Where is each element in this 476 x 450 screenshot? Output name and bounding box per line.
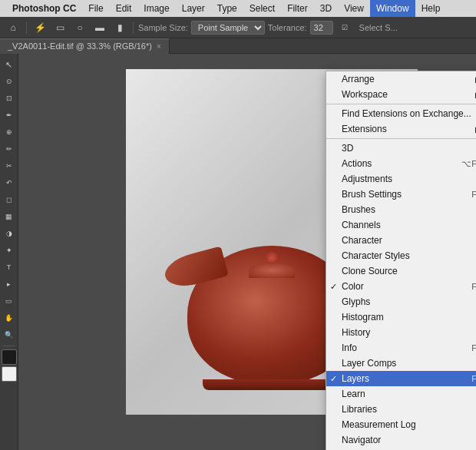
info-label: Info — [342, 342, 357, 353]
glyphs-label: Glyphs — [342, 296, 370, 307]
crop-tool[interactable]: ⊡ — [2, 91, 17, 106]
sample-size-label: Sample Size: — [138, 23, 188, 32]
menu-layer[interactable]: Layer — [176, 0, 211, 17]
magic-wand-icon[interactable]: ⚡ — [31, 19, 48, 36]
selection-oval-icon[interactable]: ○ — [71, 19, 88, 36]
menu-item-layer-comps[interactable]: Layer Comps — [326, 356, 476, 371]
menu-select[interactable]: Select — [243, 0, 281, 17]
menu-item-layers[interactable]: ✓ Layers F7 — [326, 371, 476, 386]
separator-1 — [326, 104, 476, 104]
background-color[interactable] — [2, 366, 17, 382]
menu-item-history[interactable]: History — [326, 325, 476, 340]
main-area: ↖ ⊙ ⊡ ✒ ⊕ ✏ ✂ ↶ ◻ ▦ ◑ ✦ T ▸ ▭ ✋ 🔍 — [0, 54, 476, 450]
eyedropper-tool[interactable]: ✒ — [2, 108, 17, 123]
menu-image[interactable]: Image — [137, 0, 175, 17]
menu-item-adjustments[interactable]: Adjustments — [326, 171, 476, 187]
menu-item-extensions[interactable]: Extensions ▶ — [326, 121, 476, 137]
menu-item-info[interactable]: Info F8 — [326, 340, 476, 356]
menu-item-character[interactable]: Character — [326, 233, 476, 248]
eraser-tool[interactable]: ◻ — [2, 192, 17, 207]
menu-item-3d[interactable]: 3D — [326, 141, 476, 156]
window-menu-dropdown[interactable]: Arrange ▶ Workspace ▶ Find Extensions on… — [326, 71, 476, 450]
path-select-tool[interactable]: ▸ — [2, 276, 17, 292]
history-brush-tool[interactable]: ↶ — [2, 175, 17, 190]
channels-label: Channels — [342, 220, 381, 230]
home-icon[interactable]: ⌂ — [5, 19, 21, 36]
sample-size-select[interactable]: Point Sample — [191, 21, 265, 35]
character-label: Character — [342, 235, 382, 246]
healing-tool[interactable]: ⊕ — [2, 124, 17, 140]
character-styles-label: Character Styles — [342, 250, 410, 261]
menu-item-clone-source[interactable]: Clone Source — [326, 263, 476, 279]
menu-item-histogram[interactable]: Histogram — [326, 309, 476, 325]
color-shortcut: F6 — [471, 282, 476, 291]
left-toolbar: ↖ ⊙ ⊡ ✒ ⊕ ✏ ✂ ↶ ◻ ▦ ◑ ✦ T ▸ ▭ ✋ 🔍 — [0, 54, 18, 450]
app-name[interactable]: Photoshop CC — [6, 0, 82, 17]
hand-tool[interactable]: ✋ — [2, 310, 17, 326]
toolbar-separator-2 — [133, 22, 134, 34]
brush-settings-shortcut: F5 — [471, 190, 476, 199]
menu-bar: Photoshop CC File Edit Image Layer Type … — [0, 0, 476, 17]
menu-item-brushes[interactable]: Brushes — [326, 202, 476, 217]
clone-tool[interactable]: ✂ — [2, 158, 17, 174]
menu-item-brush-settings[interactable]: Brush Settings F5 — [326, 187, 476, 202]
separator-2 — [326, 138, 476, 139]
options-bar: ⌂ ⚡ ▭ ○ ▬ ▮ Sample Size: Point Sample To… — [0, 17, 476, 38]
select-all-label: Select S... — [359, 23, 398, 32]
menu-3d[interactable]: 3D — [314, 0, 338, 17]
left-toolbar-separator — [3, 346, 15, 346]
tab-row: _V2A0011-Edit.tif @ 33.3% (RGB/16*) × — [0, 38, 476, 54]
layers-shortcut: F7 — [471, 374, 476, 383]
menu-item-navigator[interactable]: Navigator — [326, 432, 476, 448]
actions-label: Actions — [342, 158, 372, 169]
selection-rect-icon[interactable]: ▭ — [51, 19, 68, 36]
info-shortcut: F8 — [471, 343, 476, 352]
menu-item-learn[interactable]: Learn — [326, 386, 476, 402]
teapot-knob — [266, 252, 278, 264]
menu-file[interactable]: File — [82, 0, 109, 17]
tab-close-button[interactable]: × — [157, 42, 161, 51]
menu-item-measurement-log[interactable]: Measurement Log — [326, 417, 476, 432]
measurement-log-label: Measurement Log — [342, 419, 416, 430]
menu-item-workspace[interactable]: Workspace ▶ — [326, 87, 476, 102]
learn-label: Learn — [342, 389, 365, 399]
layer-comps-label: Layer Comps — [342, 358, 396, 369]
gradient-tool[interactable]: ▦ — [2, 209, 17, 224]
zoom-tool[interactable]: 🔍 — [2, 327, 17, 342]
menu-window[interactable]: Window — [370, 0, 415, 17]
menu-item-channels[interactable]: Channels — [326, 217, 476, 233]
menu-view[interactable]: View — [338, 0, 370, 17]
menu-item-find-extensions[interactable]: Find Extensions on Exchange... — [326, 106, 476, 121]
workspace-label: Workspace — [342, 89, 388, 100]
teapot-base — [203, 379, 341, 390]
menu-item-actions[interactable]: Actions ⌥F9 — [326, 156, 476, 171]
selection-col-icon[interactable]: ▮ — [111, 19, 128, 36]
menu-help[interactable]: Help — [415, 0, 447, 17]
pen-tool[interactable]: ✦ — [2, 243, 17, 258]
menu-item-character-styles[interactable]: Character Styles — [326, 248, 476, 263]
menu-edit[interactable]: Edit — [110, 0, 138, 17]
anti-alias-checkbox[interactable]: ☑ — [336, 19, 353, 36]
menu-item-libraries[interactable]: Libraries — [326, 402, 476, 417]
menu-filter[interactable]: Filter — [281, 0, 314, 17]
menu-item-arrange[interactable]: Arrange ▶ — [326, 71, 476, 87]
menu-item-glyphs[interactable]: Glyphs — [326, 294, 476, 309]
selection-single-icon[interactable]: ▬ — [91, 19, 108, 36]
menu-item-color[interactable]: ✓ Color F6 — [326, 279, 476, 294]
color-label: Color — [342, 281, 364, 292]
lasso-tool[interactable]: ⊙ — [2, 74, 17, 89]
foreground-color[interactable] — [2, 349, 17, 365]
type-tool[interactable]: T — [2, 260, 17, 275]
teapot-lid — [249, 263, 295, 278]
actions-shortcut: ⌥F9 — [461, 159, 476, 169]
menu-type[interactable]: Type — [211, 0, 243, 17]
dodge-tool[interactable]: ◑ — [2, 226, 17, 241]
tolerance-input[interactable] — [310, 21, 333, 35]
layers-checkmark: ✓ — [330, 374, 337, 384]
3d-label: 3D — [342, 143, 353, 154]
document-tab[interactable]: _V2A0011-Edit.tif @ 33.3% (RGB/16*) × — [0, 38, 170, 54]
move-tool[interactable]: ↖ — [2, 57, 17, 72]
brush-tool[interactable]: ✏ — [2, 141, 17, 157]
navigator-label: Navigator — [342, 435, 381, 445]
shape-tool[interactable]: ▭ — [2, 293, 17, 309]
